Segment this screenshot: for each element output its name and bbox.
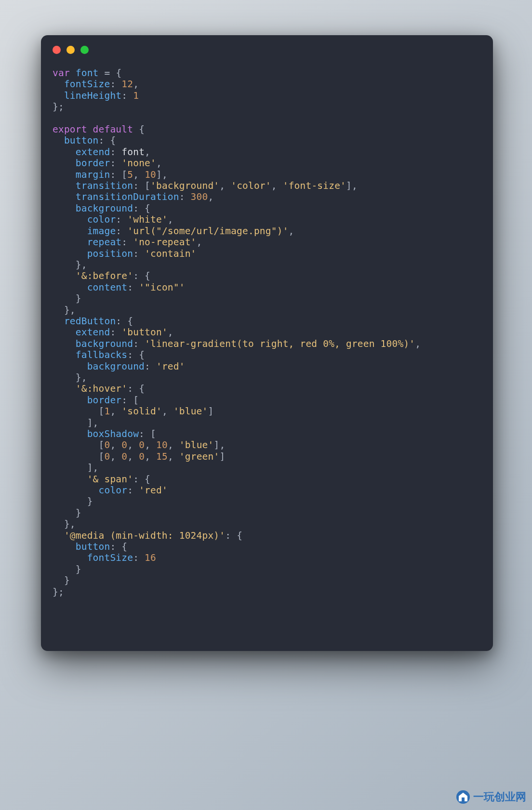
minimize-icon[interactable] — [66, 46, 75, 54]
svg-rect-1 — [462, 797, 465, 801]
window-controls — [41, 35, 493, 54]
zoom-icon[interactable] — [80, 46, 89, 54]
code-block: var font = { fontSize: 12, lineHeight: 1… — [41, 54, 493, 609]
close-icon[interactable] — [53, 46, 61, 54]
logo-icon — [456, 790, 470, 804]
watermark-text: 一玩创业网 — [473, 790, 526, 804]
code-window: var font = { fontSize: 12, lineHeight: 1… — [41, 35, 493, 651]
watermark: 一玩创业网 — [456, 790, 526, 804]
